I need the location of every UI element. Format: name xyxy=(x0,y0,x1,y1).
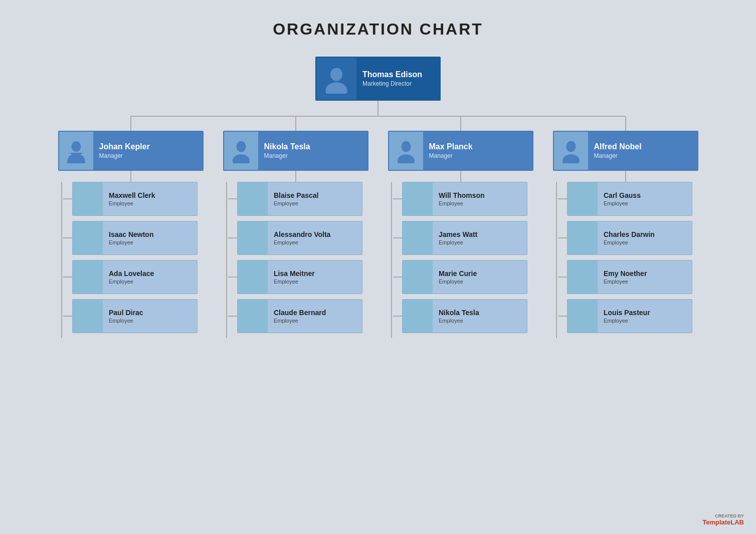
employees-section-3: Carl GaussEmployee Charles DarwinEmploye… xyxy=(547,182,704,338)
employee-card-1-0: Blaise PascalEmployee xyxy=(237,182,362,216)
emp-role-2-3: Employee xyxy=(439,318,479,324)
avatar-icon xyxy=(242,188,263,209)
emp-role-3-0: Employee xyxy=(604,200,641,206)
mgr-vline-3 xyxy=(625,117,626,131)
employee-card-1-1: Alessandro VoltaEmployee xyxy=(237,221,362,255)
mgr-role-0: Manager xyxy=(99,152,150,159)
avatar-icon xyxy=(394,138,419,163)
svg-point-21 xyxy=(411,202,425,209)
emp-hline-1-0 xyxy=(228,198,237,199)
emp-name-1-2: Lisa Meitner xyxy=(274,270,315,278)
employee-card-3-3: Louis PasteurEmployee xyxy=(567,299,692,333)
emp-name-0-1: Isaac Newton xyxy=(109,230,153,238)
top-level: Thomas Edison Marketing Director xyxy=(52,57,704,101)
page-title: ORGANIZATION CHART xyxy=(273,20,483,39)
emp-name-1-1: Alessandro Volta xyxy=(274,230,330,238)
emp-hline-3-0 xyxy=(558,198,567,199)
mgr-role-1: Manager xyxy=(264,152,310,159)
mgr-vline-0 xyxy=(130,117,131,131)
svg-point-3 xyxy=(84,191,92,200)
avatar-icon xyxy=(77,266,98,288)
watermark-brand: TemplateLAB xyxy=(702,518,744,526)
emp-row-2-2: Marie CurieEmployee xyxy=(382,260,539,294)
emp-row-1-0: Blaise PascalEmployee xyxy=(217,182,374,216)
watermark-created: CREATED BY xyxy=(702,513,744,518)
emp-role-0-3: Employee xyxy=(109,318,143,324)
employee-card-1-3: Claude BernardEmployee xyxy=(237,299,362,333)
watermark: CREATED BY TemplateLAB xyxy=(702,513,744,526)
emp-name-1-0: Blaise Pascal xyxy=(274,191,319,199)
emp-avatar-0-0 xyxy=(73,182,103,215)
emp-avatar-2-1 xyxy=(403,221,433,254)
mgr-avatar-2 xyxy=(389,132,423,170)
svg-point-28 xyxy=(562,154,580,163)
avatar-icon xyxy=(572,227,593,248)
mgr-avatar-0 xyxy=(59,132,93,170)
emp-hline-2-0 xyxy=(393,198,402,199)
svg-point-1 xyxy=(325,82,347,94)
emp-avatar-0-2 xyxy=(73,260,103,294)
avatar-icon xyxy=(242,266,263,288)
avatar-icon xyxy=(77,188,98,209)
managers-row: Johan KeplerManager Maxwell ClerkEmploye… xyxy=(52,117,704,338)
emp-avatar-3-1 xyxy=(568,221,598,254)
svg-point-20 xyxy=(414,191,422,200)
employee-card-0-2: Ada LovelaceEmployee xyxy=(72,260,198,294)
emp-avatar-2-0 xyxy=(403,182,433,215)
avatar-icon xyxy=(407,227,428,248)
emp-role-2-2: Employee xyxy=(439,279,477,285)
svg-point-18 xyxy=(401,141,411,152)
emp-role-3-3: Employee xyxy=(604,318,650,324)
svg-point-27 xyxy=(566,141,576,152)
emp-name-1-3: Claude Bernard xyxy=(274,309,326,317)
manager-col-1: Nikola TeslaManager Blaise PascalEmploye… xyxy=(217,117,374,338)
emp-name-3-1: Charles Darwin xyxy=(604,230,655,238)
mgr-avatar-3 xyxy=(554,132,588,170)
mgr-role-3: Manager xyxy=(594,152,642,159)
emp-avatar-3-2 xyxy=(568,260,598,294)
svg-point-26 xyxy=(411,319,425,327)
svg-point-19 xyxy=(398,154,415,163)
emp-row-0-1: Isaac NewtonEmployee xyxy=(52,221,209,255)
employee-card-1-2: Lisa MeitnerEmployee xyxy=(237,260,362,294)
employee-card-2-0: Will ThomsonEmployee xyxy=(402,182,527,216)
svg-point-14 xyxy=(246,241,260,248)
avatar-icon xyxy=(407,306,428,327)
manager-card-1: Nikola TeslaManager xyxy=(223,131,368,171)
emp-hline-2-2 xyxy=(393,277,402,278)
emp-name-2-2: Marie Curie xyxy=(439,270,477,278)
mgr-name-3: Alfred Nobel xyxy=(594,142,642,151)
employees-section-1: Blaise PascalEmployee Alessandro VoltaEm… xyxy=(217,182,374,338)
emp-left-vline-0 xyxy=(61,182,62,338)
svg-point-5 xyxy=(81,241,95,248)
mgr-vline-1 xyxy=(295,117,296,131)
manager-col-0: Johan KeplerManager Maxwell ClerkEmploye… xyxy=(52,117,209,338)
emp-role-0-2: Employee xyxy=(109,279,154,285)
emp-row-1-1: Alessandro VoltaEmployee xyxy=(217,221,374,255)
emp-row-1-3: Claude BernardEmployee xyxy=(217,299,374,333)
emp-row-3-0: Carl GaussEmployee xyxy=(547,182,704,216)
avatar-icon xyxy=(77,306,98,327)
emp-avatar-3-0 xyxy=(568,182,598,215)
emp-hline-0-1 xyxy=(63,237,72,238)
svg-point-4 xyxy=(84,230,92,239)
emp-left-vline-3 xyxy=(556,182,557,338)
manager-card-0: Johan KeplerManager xyxy=(58,131,204,171)
manager-card-2: Max PlanckManager xyxy=(388,131,533,171)
emp-hline-3-1 xyxy=(558,237,567,238)
emp-hline-1-2 xyxy=(228,277,237,278)
avatar-icon xyxy=(572,266,593,288)
emp-name-2-3: Nikola Tesla xyxy=(439,309,479,317)
employees-section-0: Maxwell ClerkEmployee Isaac NewtonEmploy… xyxy=(52,182,209,338)
avatar-icon xyxy=(407,188,428,209)
avatar-icon xyxy=(229,138,254,163)
mgr-name-0: Johan Kepler xyxy=(99,142,150,151)
emp-hline-2-3 xyxy=(393,316,402,317)
mgr-vline-2 xyxy=(460,117,461,131)
org-chart: Thomas Edison Marketing Director Johan K… xyxy=(52,57,704,338)
employee-card-2-3: Nikola TeslaEmployee xyxy=(402,299,527,333)
emp-avatar-1-1 xyxy=(238,221,268,254)
svg-point-22 xyxy=(414,230,422,239)
emp-hline-0-3 xyxy=(63,316,72,317)
emp-left-vline-2 xyxy=(391,182,392,338)
